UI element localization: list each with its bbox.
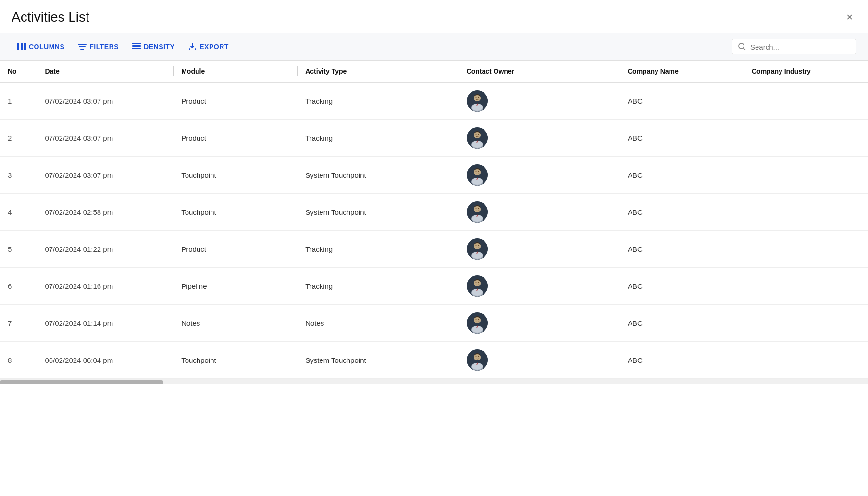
- svg-rect-8: [132, 48, 141, 49]
- svg-point-18: [475, 97, 476, 98]
- cell-activity-type: System Touchpoint: [298, 157, 459, 194]
- cell-company-industry: [744, 268, 868, 305]
- cell-date: 07/02/2024 03:07 pm: [37, 157, 174, 194]
- cell-company-name: ABC: [620, 268, 744, 305]
- cell-date: 07/02/2024 02:58 pm: [37, 194, 174, 231]
- cell-contact-owner: [459, 157, 620, 194]
- table-row: 1 07/02/2024 03:07 pm Product Tracking A…: [0, 82, 868, 120]
- col-header-company-industry: Company Industry: [744, 61, 868, 82]
- cell-activity-type: Notes: [298, 305, 459, 342]
- table-header-row: No Date Module Activity Type Contact Own…: [0, 61, 868, 82]
- svg-point-43: [478, 208, 479, 209]
- export-label: EXPORT: [199, 43, 229, 50]
- horizontal-scrollbar[interactable]: [0, 379, 868, 384]
- col-header-contact-owner: Contact Owner: [459, 61, 620, 82]
- svg-rect-9: [132, 50, 141, 50]
- svg-point-50: [475, 245, 476, 246]
- cell-company-name: ABC: [620, 305, 744, 342]
- svg-rect-1: [21, 43, 23, 50]
- cell-activity-type: Tracking: [298, 120, 459, 157]
- scrollbar-thumb[interactable]: [0, 380, 163, 384]
- cell-company-name: ABC: [620, 194, 744, 231]
- cell-module: Notes: [174, 305, 298, 342]
- cell-no: 8: [0, 342, 37, 379]
- cell-date: 06/02/2024 06:04 pm: [37, 342, 174, 379]
- svg-point-26: [475, 134, 476, 135]
- cell-module: Product: [174, 231, 298, 268]
- cell-contact-owner: [459, 120, 620, 157]
- table-row: 6 07/02/2024 01:16 pm Pipeline Tracking …: [0, 268, 868, 305]
- svg-point-27: [478, 134, 479, 135]
- search-icon: [738, 42, 746, 51]
- cell-module: Touchpoint: [174, 157, 298, 194]
- svg-point-74: [475, 356, 476, 357]
- cell-contact-owner: [459, 194, 620, 231]
- cell-activity-type: System Touchpoint: [298, 194, 459, 231]
- cell-no: 1: [0, 82, 37, 120]
- svg-point-42: [475, 208, 476, 209]
- col-header-date: Date: [37, 61, 174, 82]
- table-row: 2 07/02/2024 03:07 pm Product Tracking A…: [0, 120, 868, 157]
- cell-company-name: ABC: [620, 120, 744, 157]
- col-header-activity-type: Activity Type: [298, 61, 459, 82]
- table-row: 8 06/02/2024 06:04 pm Touchpoint System …: [0, 342, 868, 379]
- cell-company-industry: [744, 82, 868, 120]
- svg-point-75: [478, 356, 479, 357]
- svg-point-58: [475, 282, 476, 283]
- col-header-module: Module: [174, 61, 298, 82]
- cell-no: 3: [0, 157, 37, 194]
- columns-button[interactable]: COLUMNS: [12, 40, 70, 53]
- filters-icon: [78, 43, 87, 50]
- svg-rect-2: [24, 43, 26, 50]
- toolbar: COLUMNS FILTERS DENSITY: [0, 33, 868, 61]
- export-button[interactable]: EXPORT: [182, 39, 235, 54]
- avatar: [467, 238, 488, 260]
- density-button[interactable]: DENSITY: [126, 40, 180, 53]
- svg-rect-0: [17, 43, 19, 50]
- avatar: [467, 275, 488, 297]
- svg-point-19: [478, 97, 479, 98]
- page-title: Activities List: [12, 10, 89, 25]
- activities-table: No Date Module Activity Type Contact Own…: [0, 61, 868, 379]
- cell-contact-owner: [459, 231, 620, 268]
- svg-line-11: [744, 48, 745, 50]
- cell-module: Product: [174, 82, 298, 120]
- avatar: [467, 349, 488, 371]
- svg-point-51: [478, 245, 479, 246]
- cell-company-industry: [744, 231, 868, 268]
- search-input[interactable]: [750, 43, 846, 51]
- svg-point-35: [478, 171, 479, 172]
- cell-no: 7: [0, 305, 37, 342]
- cell-contact-owner: [459, 268, 620, 305]
- cell-company-name: ABC: [620, 231, 744, 268]
- cell-company-industry: [744, 342, 868, 379]
- svg-point-59: [478, 282, 479, 283]
- cell-no: 4: [0, 194, 37, 231]
- svg-rect-6: [132, 43, 141, 44]
- cell-module: Touchpoint: [174, 194, 298, 231]
- cell-company-industry: [744, 305, 868, 342]
- columns-label: COLUMNS: [29, 43, 64, 50]
- col-header-no: No: [0, 61, 37, 82]
- cell-module: Product: [174, 120, 298, 157]
- cell-company-name: ABC: [620, 82, 744, 120]
- cell-contact-owner: [459, 305, 620, 342]
- cell-module: Pipeline: [174, 268, 298, 305]
- export-icon: [188, 42, 197, 51]
- table-row: 4 07/02/2024 02:58 pm Touchpoint System …: [0, 194, 868, 231]
- columns-icon: [17, 43, 26, 50]
- filters-label: FILTERS: [89, 43, 119, 50]
- cell-no: 6: [0, 268, 37, 305]
- avatar: [467, 312, 488, 334]
- table-row: 5 07/02/2024 01:22 pm Product Tracking A…: [0, 231, 868, 268]
- density-label: DENSITY: [144, 43, 174, 50]
- svg-rect-7: [132, 45, 141, 47]
- cell-contact-owner: [459, 82, 620, 120]
- avatar: [467, 127, 488, 149]
- table-container: No Date Module Activity Type Contact Own…: [0, 61, 868, 379]
- avatar: [467, 201, 488, 223]
- filters-button[interactable]: FILTERS: [72, 40, 124, 53]
- avatar: [467, 164, 488, 186]
- cell-activity-type: Tracking: [298, 231, 459, 268]
- close-button[interactable]: ×: [843, 10, 856, 25]
